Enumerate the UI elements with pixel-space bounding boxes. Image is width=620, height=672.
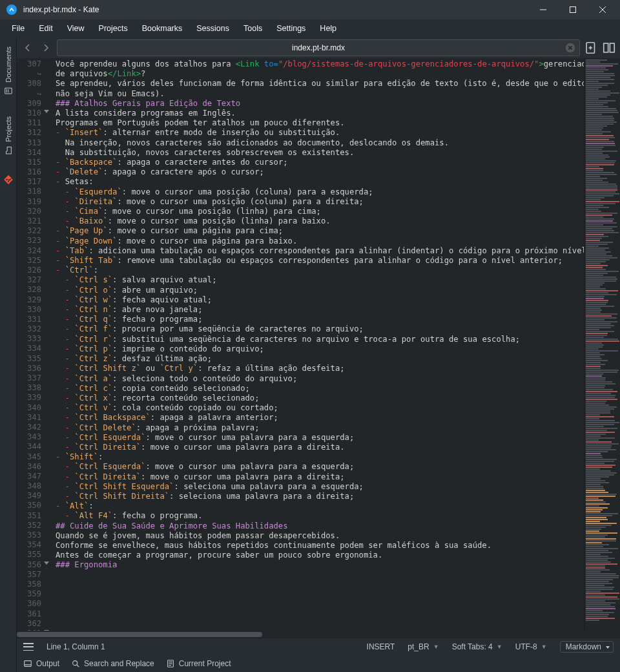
code-area[interactable]: Você aprendeu alguns dos atalhos para <L… [52, 58, 584, 631]
indent-label: Soft Tabs: 4 [452, 642, 493, 651]
window-title: index.pt-br.mdx - Kate [23, 5, 99, 14]
sidebar: Documents Projects [0, 37, 17, 672]
indent-selector[interactable]: Soft Tabs: 4 ▼ [452, 642, 502, 651]
nav-forward-button[interactable] [39, 41, 53, 55]
syntax-selector[interactable]: Markdown [560, 641, 614, 653]
dictionary-selector[interactable]: pt_BR ▼ [408, 642, 439, 651]
editor-tab[interactable]: index.pt-br.mdx [57, 39, 580, 56]
statusbar: Line 1, Column 1 INSERT pt_BR ▼ Soft Tab… [17, 638, 620, 655]
menu-edit[interactable]: Edit [32, 21, 59, 36]
project-panel-button[interactable]: Current Project [166, 659, 231, 668]
search-panel-button[interactable]: Search and Replace [71, 659, 154, 668]
app-icon [6, 5, 17, 15]
statusbar-menu-icon[interactable] [23, 643, 34, 651]
tab-close-icon[interactable] [565, 43, 575, 53]
menu-file[interactable]: File [5, 21, 31, 36]
menu-bookmarks[interactable]: Bookmarks [136, 21, 189, 36]
menu-sessions[interactable]: Sessions [190, 21, 236, 36]
split-view-icon[interactable] [602, 41, 616, 55]
svg-rect-13 [604, 43, 608, 52]
nav-back-button[interactable] [21, 41, 35, 55]
svg-rect-1 [570, 7, 576, 13]
new-file-icon[interactable] [584, 41, 598, 55]
tab-label: index.pt-br.mdx [292, 43, 345, 52]
output-label: Output [36, 659, 59, 668]
sidebar-tab-git[interactable] [3, 171, 14, 188]
sidebar-label: Documents [5, 47, 12, 83]
menu-settings[interactable]: Settings [270, 21, 312, 36]
encoding-selector[interactable]: UTF-8 ▼ [515, 642, 547, 651]
minimize-button[interactable] [528, 0, 558, 19]
syntax-label: Markdown [566, 642, 601, 651]
titlebar: index.pt-br.mdx - Kate [0, 0, 620, 19]
cursor-position[interactable]: Line 1, Column 1 [46, 642, 105, 651]
tabbar: index.pt-br.mdx [17, 37, 620, 58]
svg-line-18 [77, 665, 79, 667]
bottom-toolbar: Output Search and Replace Current Projec… [17, 655, 620, 672]
dict-label: pt_BR [408, 642, 429, 651]
chevron-down-icon: ▼ [433, 644, 439, 650]
horizontal-scrollbar[interactable] [17, 631, 620, 638]
chevron-down-icon: ▼ [541, 644, 547, 650]
svg-rect-15 [25, 661, 32, 667]
menu-help[interactable]: Help [313, 21, 343, 36]
menu-projects[interactable]: Projects [92, 21, 134, 36]
maximize-button[interactable] [558, 0, 588, 19]
sidebar-label: Projects [5, 116, 12, 142]
chevron-down-icon: ▼ [497, 644, 502, 650]
sidebar-tab-projects[interactable]: Projects [3, 112, 14, 159]
svg-point-17 [73, 661, 78, 666]
search-label: Search and Replace [84, 659, 154, 668]
minimap[interactable] [584, 58, 620, 631]
menubar: FileEditViewProjectsBookmarksSessionsToo… [0, 19, 620, 37]
project-label: Current Project [179, 659, 231, 668]
sidebar-tab-documents[interactable]: Documents [3, 43, 14, 100]
editor[interactable]: 307↪308↪30931031131231331431531631731831… [17, 58, 620, 631]
output-panel-button[interactable]: Output [23, 659, 59, 668]
menu-tools[interactable]: Tools [237, 21, 269, 36]
insert-mode[interactable]: INSERT [367, 642, 395, 651]
scrollbar-thumb[interactable] [17, 632, 262, 637]
encoding-label: UTF-8 [515, 642, 537, 651]
line-gutter: 307↪308↪30931031131231331431531631731831… [17, 58, 52, 631]
menu-view[interactable]: View [61, 21, 91, 36]
close-button[interactable] [588, 0, 617, 19]
svg-rect-14 [610, 43, 614, 52]
